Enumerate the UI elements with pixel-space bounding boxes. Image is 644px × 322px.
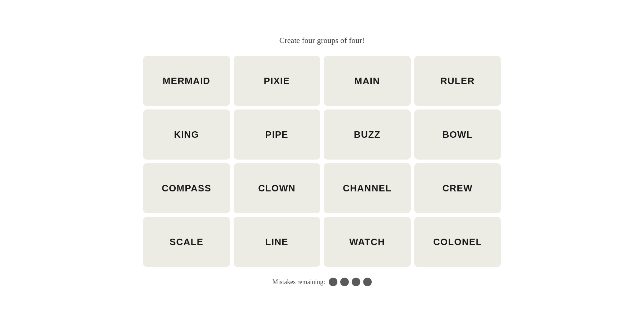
word-card-pixie[interactable]: PIXIE bbox=[234, 56, 321, 106]
word-card-king[interactable]: KING bbox=[143, 109, 230, 160]
game-subtitle: Create four groups of four! bbox=[279, 36, 365, 45]
word-label-king: KING bbox=[174, 129, 199, 140]
word-card-pipe[interactable]: PIPE bbox=[234, 109, 321, 160]
word-label-bowl: BOWL bbox=[442, 129, 473, 140]
word-label-watch: WATCH bbox=[349, 236, 385, 248]
mistake-dot-1 bbox=[329, 278, 337, 286]
word-card-clown[interactable]: CLOWN bbox=[234, 163, 321, 213]
word-label-ruler: RULER bbox=[440, 75, 475, 87]
word-label-compass: COMPASS bbox=[162, 183, 211, 194]
word-label-channel: CHANNEL bbox=[343, 183, 391, 194]
word-card-ruler[interactable]: RULER bbox=[414, 56, 501, 106]
word-card-scale[interactable]: SCALE bbox=[143, 217, 230, 267]
word-label-line: LINE bbox=[265, 236, 288, 248]
word-label-main: MAIN bbox=[354, 75, 380, 87]
word-grid: MERMAIDPIXIEMAINRULERKINGPIPEBUZZBOWLCOM… bbox=[143, 56, 501, 267]
word-label-pixie: PIXIE bbox=[264, 75, 290, 87]
word-card-line[interactable]: LINE bbox=[234, 217, 321, 267]
word-card-mermaid[interactable]: MERMAID bbox=[143, 56, 230, 106]
word-label-scale: SCALE bbox=[170, 236, 204, 248]
mistakes-row: Mistakes remaining: bbox=[272, 278, 371, 286]
word-label-clown: CLOWN bbox=[258, 183, 296, 194]
word-card-main[interactable]: MAIN bbox=[324, 56, 411, 106]
word-label-colonel: COLONEL bbox=[433, 236, 482, 248]
word-label-buzz: BUZZ bbox=[354, 129, 381, 140]
word-card-crew[interactable]: CREW bbox=[414, 163, 501, 213]
game-container: Create four groups of four! MERMAIDPIXIE… bbox=[143, 36, 501, 286]
mistakes-label: Mistakes remaining: bbox=[272, 278, 325, 286]
mistake-dot-3 bbox=[352, 278, 360, 286]
mistakes-dots bbox=[329, 278, 372, 286]
word-card-channel[interactable]: CHANNEL bbox=[324, 163, 411, 213]
word-label-mermaid: MERMAID bbox=[163, 75, 210, 87]
word-card-watch[interactable]: WATCH bbox=[324, 217, 411, 267]
word-label-pipe: PIPE bbox=[265, 129, 288, 140]
word-card-colonel[interactable]: COLONEL bbox=[414, 217, 501, 267]
word-card-compass[interactable]: COMPASS bbox=[143, 163, 230, 213]
mistake-dot-4 bbox=[363, 278, 372, 286]
word-card-buzz[interactable]: BUZZ bbox=[324, 109, 411, 160]
word-label-crew: CREW bbox=[442, 183, 473, 194]
mistake-dot-2 bbox=[340, 278, 349, 286]
word-card-bowl[interactable]: BOWL bbox=[414, 109, 501, 160]
